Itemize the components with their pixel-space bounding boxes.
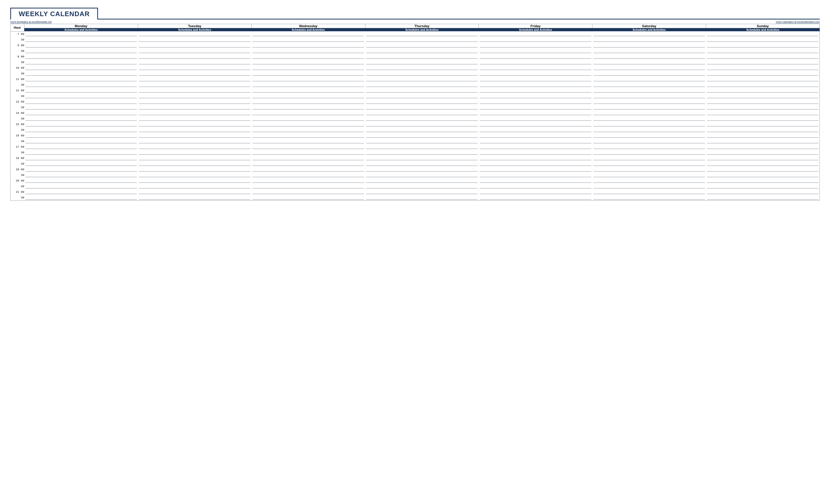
slot-cell[interactable] bbox=[479, 93, 593, 99]
slot-cell[interactable] bbox=[706, 88, 820, 93]
slot-cell[interactable] bbox=[24, 116, 138, 122]
slot-cell[interactable] bbox=[706, 37, 820, 42]
slot-cell[interactable] bbox=[251, 88, 365, 93]
slot-cell[interactable] bbox=[138, 37, 251, 42]
slot-cell[interactable] bbox=[706, 71, 820, 76]
slot-cell[interactable] bbox=[251, 167, 365, 172]
slot-cell[interactable] bbox=[365, 150, 479, 155]
slot-cell[interactable] bbox=[365, 167, 479, 172]
slot-cell[interactable] bbox=[479, 76, 593, 82]
slot-cell[interactable] bbox=[479, 88, 593, 93]
slot-cell[interactable] bbox=[138, 150, 251, 155]
slot-cell[interactable] bbox=[24, 71, 138, 76]
slot-cell[interactable] bbox=[251, 127, 365, 133]
slot-cell[interactable] bbox=[479, 60, 593, 65]
slot-cell[interactable] bbox=[593, 183, 706, 189]
slot-cell[interactable] bbox=[24, 172, 138, 178]
slot-cell[interactable] bbox=[138, 178, 251, 183]
slot-cell[interactable] bbox=[138, 138, 251, 144]
slot-cell[interactable] bbox=[24, 155, 138, 161]
slot-cell[interactable] bbox=[479, 37, 593, 42]
slot-cell[interactable] bbox=[365, 88, 479, 93]
slot-cell[interactable] bbox=[24, 88, 138, 93]
link-templates[interactable]: more templates at exceltemplate.net bbox=[10, 21, 52, 23]
slot-cell[interactable] bbox=[138, 167, 251, 172]
slot-cell[interactable] bbox=[593, 133, 706, 138]
slot-cell[interactable] bbox=[138, 65, 251, 71]
slot-cell[interactable] bbox=[365, 110, 479, 116]
slot-cell[interactable] bbox=[706, 42, 820, 48]
slot-cell[interactable] bbox=[24, 54, 138, 60]
slot-cell[interactable] bbox=[251, 189, 365, 195]
slot-cell[interactable] bbox=[593, 54, 706, 60]
slot-cell[interactable] bbox=[479, 127, 593, 133]
slot-cell[interactable] bbox=[593, 42, 706, 48]
slot-cell[interactable] bbox=[138, 71, 251, 76]
slot-cell[interactable] bbox=[24, 133, 138, 138]
slot-cell[interactable] bbox=[365, 189, 479, 195]
slot-cell[interactable] bbox=[365, 195, 479, 200]
slot-cell[interactable] bbox=[479, 189, 593, 195]
slot-cell[interactable] bbox=[365, 99, 479, 105]
slot-cell[interactable] bbox=[593, 105, 706, 110]
slot-cell[interactable] bbox=[365, 116, 479, 122]
slot-cell[interactable] bbox=[138, 93, 251, 99]
slot-cell[interactable] bbox=[706, 110, 820, 116]
slot-cell[interactable] bbox=[593, 172, 706, 178]
slot-cell[interactable] bbox=[365, 93, 479, 99]
slot-cell[interactable] bbox=[479, 155, 593, 161]
slot-cell[interactable] bbox=[593, 178, 706, 183]
slot-cell[interactable] bbox=[24, 65, 138, 71]
slot-cell[interactable] bbox=[251, 172, 365, 178]
slot-cell[interactable] bbox=[479, 99, 593, 105]
slot-cell[interactable] bbox=[251, 183, 365, 189]
slot-cell[interactable] bbox=[479, 48, 593, 54]
slot-cell[interactable] bbox=[251, 60, 365, 65]
slot-cell[interactable] bbox=[24, 127, 138, 133]
slot-cell[interactable] bbox=[24, 167, 138, 172]
slot-cell[interactable] bbox=[706, 161, 820, 167]
slot-cell[interactable] bbox=[251, 155, 365, 161]
slot-cell[interactable] bbox=[138, 183, 251, 189]
slot-cell[interactable] bbox=[138, 54, 251, 60]
slot-cell[interactable] bbox=[138, 122, 251, 127]
slot-cell[interactable] bbox=[479, 178, 593, 183]
slot-cell[interactable] bbox=[706, 183, 820, 189]
slot-cell[interactable] bbox=[138, 42, 251, 48]
slot-cell[interactable] bbox=[706, 122, 820, 127]
slot-cell[interactable] bbox=[706, 195, 820, 200]
link-calendars[interactable]: more calendars at excelcalendars.com bbox=[776, 21, 820, 23]
slot-cell[interactable] bbox=[365, 42, 479, 48]
slot-cell[interactable] bbox=[365, 172, 479, 178]
slot-cell[interactable] bbox=[593, 93, 706, 99]
slot-cell[interactable] bbox=[593, 37, 706, 42]
slot-cell[interactable] bbox=[251, 144, 365, 150]
slot-cell[interactable] bbox=[138, 99, 251, 105]
slot-cell[interactable] bbox=[593, 76, 706, 82]
slot-cell[interactable] bbox=[706, 144, 820, 150]
slot-cell[interactable] bbox=[593, 48, 706, 54]
slot-cell[interactable] bbox=[593, 155, 706, 161]
slot-cell[interactable] bbox=[24, 99, 138, 105]
slot-cell[interactable] bbox=[138, 155, 251, 161]
slot-cell[interactable] bbox=[251, 99, 365, 105]
slot-cell[interactable] bbox=[365, 82, 479, 88]
slot-cell[interactable] bbox=[706, 99, 820, 105]
slot-cell[interactable] bbox=[24, 31, 138, 37]
slot-cell[interactable] bbox=[24, 76, 138, 82]
slot-cell[interactable] bbox=[138, 110, 251, 116]
slot-cell[interactable] bbox=[479, 144, 593, 150]
slot-cell[interactable] bbox=[593, 189, 706, 195]
slot-cell[interactable] bbox=[479, 105, 593, 110]
slot-cell[interactable] bbox=[365, 76, 479, 82]
slot-cell[interactable] bbox=[479, 122, 593, 127]
slot-cell[interactable] bbox=[593, 82, 706, 88]
slot-cell[interactable] bbox=[365, 105, 479, 110]
slot-cell[interactable] bbox=[365, 183, 479, 189]
slot-cell[interactable] bbox=[138, 116, 251, 122]
slot-cell[interactable] bbox=[593, 71, 706, 76]
slot-cell[interactable] bbox=[138, 172, 251, 178]
slot-cell[interactable] bbox=[365, 60, 479, 65]
slot-cell[interactable] bbox=[251, 105, 365, 110]
slot-cell[interactable] bbox=[479, 82, 593, 88]
